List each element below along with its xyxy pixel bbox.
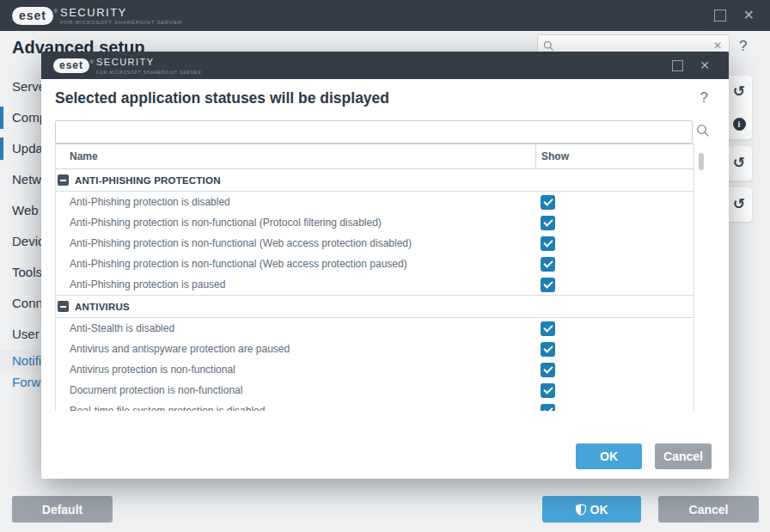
scrollbar-thumb[interactable] [699,153,704,170]
show-checkbox[interactable] [541,278,555,292]
show-checkbox[interactable] [541,363,555,377]
undo-icon[interactable]: ↺ [733,197,745,212]
show-checkbox[interactable] [541,342,555,357]
dialog-ok-button[interactable]: OK [576,443,642,469]
modified-indicator [0,107,3,129]
setting-card: ↺ [726,146,752,180]
column-header-show[interactable]: Show [535,144,694,168]
status-table: Name Show ANTI-PHISHING PROTECTIONAnti-P… [55,144,694,411]
filter-box[interactable] [55,120,693,144]
close-icon[interactable]: ✕ [743,9,755,22]
main-cancel-button[interactable]: Cancel [658,496,759,523]
sidebar-item-label: Tools [12,265,42,279]
sidebar-item-label: Devic [12,234,45,248]
undo-icon[interactable]: ↺ [733,156,745,171]
status-name: Anti-Phishing protection is non-function… [56,258,535,270]
collapse-icon[interactable] [58,174,69,186]
maximize-icon[interactable] [714,9,726,21]
status-name: Antivirus and antispyware protection are… [56,343,535,355]
status-row: Anti-Phishing protection is non-function… [56,212,694,233]
undo-icon[interactable]: ↺ [733,84,745,100]
product-name: SECURITY [96,57,201,68]
status-name: Real-time file system protection is disa… [56,405,535,411]
info-icon[interactable]: i [733,118,746,131]
registered-mark: ® [90,56,95,69]
collapse-icon[interactable] [58,301,69,312]
status-row: Antivirus and antispyware protection are… [56,339,694,359]
close-icon[interactable]: ✕ [700,58,710,72]
table-header: Name Show [56,144,694,169]
status-row: Anti-Phishing protection is non-function… [56,254,694,274]
show-checkbox[interactable] [541,195,555,210]
search-icon [696,124,710,138]
product-subtitle: FOR MICROSOFT SHAREPOINT SERVER [96,70,201,75]
column-header-name[interactable]: Name [56,150,535,162]
default-button[interactable]: Default [12,496,113,523]
status-name: Anti-Phishing protection is non-function… [56,237,535,249]
show-checkbox[interactable] [541,236,555,251]
status-row: Anti-Phishing protection is paused [56,274,694,295]
eset-logo-badge: eset® [12,7,53,25]
status-row: Anti-Phishing protection is disabled [56,192,694,212]
product-name: SECURITY [60,7,182,18]
status-name: Anti-Phishing protection is disabled [56,196,535,208]
dialog-cancel-button[interactable]: Cancel [655,443,712,469]
eset-logo: eset® SECURITY FOR MICROSOFT SHAREPOINT … [12,7,182,25]
show-checkbox[interactable] [541,321,555,336]
status-name: Anti-Phishing protection is non-function… [56,217,535,229]
status-row: Anti-Phishing protection is non-function… [56,233,694,254]
status-name: Anti-Stealth is disabled [56,322,535,334]
show-checkbox[interactable] [541,383,555,398]
status-name: Antivirus protection is non-functional [56,364,535,376]
dialog-help-icon[interactable]: ? [700,89,708,107]
show-checkbox[interactable] [541,404,555,412]
product-subtitle: FOR MICROSOFT SHAREPOINT SERVER [60,20,182,25]
status-table-body: ANTI-PHISHING PROTECTIONAnti-Phishing pr… [56,169,694,411]
registered-mark: ® [54,4,58,19]
main-titlebar: eset® SECURITY FOR MICROSOFT SHAREPOINT … [0,0,770,31]
filter-input[interactable] [56,126,692,138]
setting-card: ↺i [726,76,752,139]
status-row: Anti-Stealth is disabled [56,318,694,339]
status-name: Document protection is non-functional [56,384,535,396]
clear-search-icon[interactable]: ✕ [713,40,722,52]
show-checkbox[interactable] [541,216,555,230]
group-label: ANTIVIRUS [75,302,130,312]
sidebar-item-label: Notifi [12,353,41,368]
main-help-icon[interactable]: ? [739,38,747,55]
status-row: Document protection is non-functional [56,380,694,401]
main-ok-button[interactable]: OK [542,496,641,523]
status-row: Antivirus protection is non-functional [56,359,694,380]
status-name: Anti-Phishing protection is paused [56,278,535,290]
modified-indicator [0,138,3,160]
status-dialog: eset® SECURITY FOR MICROSOFT SHAREPOINT … [41,52,729,479]
maximize-icon[interactable] [672,60,683,71]
main-search-input[interactable] [558,39,713,52]
status-group-row[interactable]: ANTIVIRUS [56,295,694,318]
dialog-title: Selected application statuses will be di… [55,89,389,107]
search-icon [543,40,554,52]
shield-icon [576,504,586,516]
eset-logo-badge: eset® [53,58,89,73]
show-checkbox[interactable] [541,257,555,272]
dialog-titlebar: eset® SECURITY FOR MICROSOFT SHAREPOINT … [41,52,729,79]
setting-card: ↺ [726,187,752,222]
status-row: Real-time file system protection is disa… [56,401,694,411]
eset-logo: eset® SECURITY FOR MICROSOFT SHAREPOINT … [53,57,201,75]
group-label: ANTI-PHISHING PROTECTION [75,175,221,186]
status-group-row[interactable]: ANTI-PHISHING PROTECTION [56,169,694,192]
